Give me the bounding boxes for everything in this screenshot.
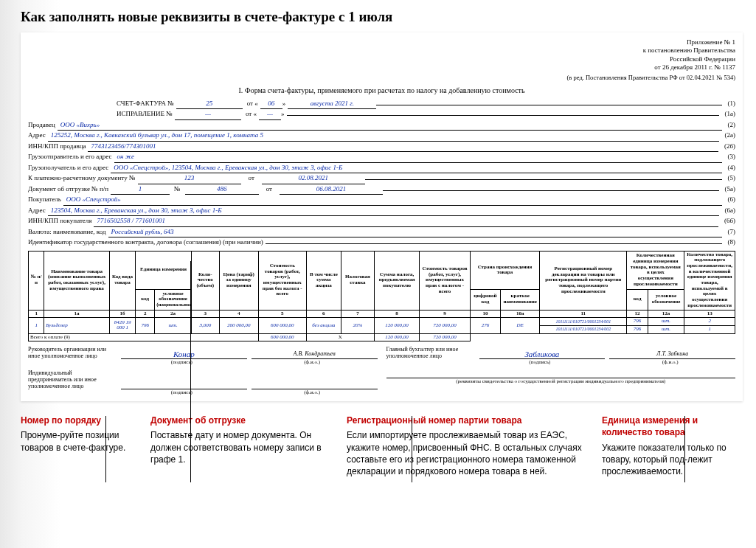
annex-line: к постановлению Правительства bbox=[28, 46, 735, 55]
hint-body: Поставьте дату и номер документа. Он дол… bbox=[150, 429, 327, 465]
field-code: (1) bbox=[728, 99, 736, 109]
corr-no: — bbox=[175, 109, 241, 120]
shipper-value: он же bbox=[114, 152, 722, 163]
acc-fio: Л.Т. Забкина bbox=[609, 350, 735, 359]
seller-value: ООО «Вихрь» bbox=[58, 120, 722, 131]
reg-note: (реквизиты свидетельства о государственн… bbox=[386, 378, 736, 384]
addr-value: 125252, Москва г., Кавказский бульвар ул… bbox=[48, 131, 719, 142]
colnum: 5 bbox=[258, 310, 306, 318]
sub: (подпись) bbox=[117, 389, 247, 395]
hints-row: Номер по порядку Пронуме-руйте позиции т… bbox=[0, 401, 756, 477]
cell: 8429 19 000 1 bbox=[109, 318, 135, 333]
colnum: 1б bbox=[109, 310, 135, 318]
annex-line: Российской Федерации bbox=[28, 55, 735, 63]
colnum: 8 bbox=[374, 310, 419, 318]
ip-sign bbox=[121, 381, 247, 389]
label: » bbox=[281, 109, 287, 119]
inn-value: 7743123456/774301001 bbox=[88, 142, 718, 153]
colnum: 3 bbox=[191, 310, 219, 318]
field-code: (4) bbox=[728, 163, 736, 173]
invoice-number-row: СЧЕТ-ФАКТУРА № 25 от « 06 » августа 2021… bbox=[117, 99, 735, 110]
seller-inn-row: ИНН/КПП продавца 7743123456/774301001 (2… bbox=[28, 142, 735, 153]
paydoc-row: К платежно-расчетному документу № 123 от… bbox=[28, 173, 735, 184]
shipdoc-row: Документ об отгрузке № п/п 1 № 486 от 06… bbox=[28, 184, 735, 195]
sig-label: Главный бухгалтер или иное уполномоченно… bbox=[386, 346, 475, 359]
field-code: (2) bbox=[728, 120, 736, 131]
cell: 2 bbox=[684, 318, 735, 326]
consignee-value: ООО «Спецстрой», 123504, Москва г., Ерев… bbox=[111, 163, 721, 174]
field-code: (7) bbox=[728, 227, 736, 237]
hint-title: Регистрационный номер партии товара bbox=[347, 415, 583, 426]
label: Грузополучатель и его адрес bbox=[28, 163, 111, 173]
totals-row: Всего к оплате (9) 600 000,00 Х 120 000,… bbox=[29, 333, 735, 341]
colnum: 1 bbox=[29, 310, 44, 318]
amendment-note: (в ред. Постановления Правительства РФ о… bbox=[28, 74, 735, 82]
cell: 200 000,00 bbox=[219, 318, 258, 333]
cell: 796 bbox=[627, 318, 648, 326]
hint-body: Если импортируете прослеживаемый товар и… bbox=[347, 429, 583, 477]
sub: (ф.и.о.) bbox=[247, 359, 378, 365]
hint-block: Регистрационный номер партии товара Если… bbox=[347, 415, 583, 477]
label: Адрес bbox=[28, 206, 48, 216]
cell: шт. bbox=[155, 318, 192, 333]
th: Единица измерения bbox=[136, 251, 192, 289]
totals-label: Всего к оплате (9) bbox=[29, 333, 259, 341]
cell: 720 000,00 bbox=[420, 333, 471, 341]
field-code: (6б) bbox=[724, 216, 735, 226]
th: условное обозначение (национальное) bbox=[155, 289, 192, 310]
page-title: Как заполнять новые реквизиты в счете-фа… bbox=[0, 0, 756, 32]
field-code: (6а) bbox=[725, 206, 736, 216]
hint-title: Единица измерения и количество товара bbox=[602, 415, 749, 438]
form-title: I. Форма счета-фактуры, применяемого при… bbox=[28, 86, 735, 94]
curr-value: Российский рубль, 643 bbox=[108, 227, 722, 238]
th: Количественная единица измерения товара,… bbox=[627, 251, 684, 289]
ip-signature: Индивидуальный предприниматель или иное … bbox=[28, 370, 735, 395]
shipdoc-date: 06.08.2021 bbox=[280, 184, 383, 195]
cell: Х bbox=[306, 333, 374, 341]
annex-line: Приложение № 1 bbox=[28, 38, 735, 46]
hint-title: Номер по порядку bbox=[21, 415, 131, 426]
label: Грузоотправитель и его адрес bbox=[28, 152, 114, 162]
hint-block: Документ об отгрузке Поставьте дату и но… bbox=[150, 415, 327, 477]
shipdoc-pp: 1 bbox=[111, 184, 170, 195]
cell: 720 000,00 bbox=[420, 318, 471, 333]
th: Налоговая ставка bbox=[341, 251, 374, 310]
annex-line: от 26 декабря 2011 г. № 1137 bbox=[28, 63, 735, 72]
cell: 796 bbox=[136, 318, 155, 333]
label: Адрес bbox=[28, 131, 48, 141]
cell: шт. bbox=[648, 325, 684, 333]
sub: (ф.и.о.) bbox=[605, 359, 735, 365]
hint-body: Пронуме-руйте позиции товаров в счете-фа… bbox=[21, 429, 131, 453]
contract-row: Идентификатор государственного контракта… bbox=[28, 237, 735, 248]
colnum: 12 bbox=[627, 310, 648, 318]
contract-value bbox=[266, 243, 722, 244]
th: Наименование товара (описание выполненны… bbox=[44, 251, 110, 310]
th: Страна происхождения товара bbox=[470, 251, 539, 289]
hint-body: Укажите показатели только по товару, кот… bbox=[602, 442, 749, 478]
th: код bbox=[627, 289, 648, 310]
shipdoc-no: 486 bbox=[185, 184, 259, 195]
cell: 796 bbox=[627, 325, 648, 333]
th: Стоимость товаров (работ, услуг), имущес… bbox=[258, 251, 306, 310]
cell: 1 bbox=[29, 318, 44, 333]
seller-addr-row: Адрес 125252, Москва г., Кавказский буль… bbox=[28, 131, 735, 142]
th: Количество товара, подлежащего прослежив… bbox=[684, 251, 735, 310]
correction-row: ИСПРАВЛЕНИЕ № — от « — » (1а) bbox=[117, 109, 735, 120]
annex-block: Приложение № 1 к постановлению Правитель… bbox=[28, 38, 735, 82]
colnum: 6 bbox=[306, 310, 341, 318]
cell: без акциза bbox=[306, 318, 341, 333]
reg-slot bbox=[386, 370, 736, 378]
hint-block: Единица измерения и количество товара Ук… bbox=[602, 415, 749, 477]
label: от « bbox=[243, 99, 260, 109]
currency-row: Валюта: наименование, код Российский руб… bbox=[28, 227, 735, 238]
colnum: 2 bbox=[136, 310, 155, 318]
cell: 600 000,00 bbox=[258, 333, 306, 341]
corr-day: — bbox=[259, 109, 281, 120]
label: ИНН/КПП покупателя bbox=[28, 216, 94, 226]
label: Документ об отгрузке № п/п bbox=[28, 184, 111, 195]
binn-value: 7716502558 / 771601001 bbox=[94, 216, 718, 227]
th: Регистрационный номер декларации на това… bbox=[540, 251, 627, 310]
label: Покупатель bbox=[28, 195, 63, 205]
cell: 276 bbox=[470, 318, 500, 333]
cell: Бульдозер bbox=[44, 318, 110, 333]
